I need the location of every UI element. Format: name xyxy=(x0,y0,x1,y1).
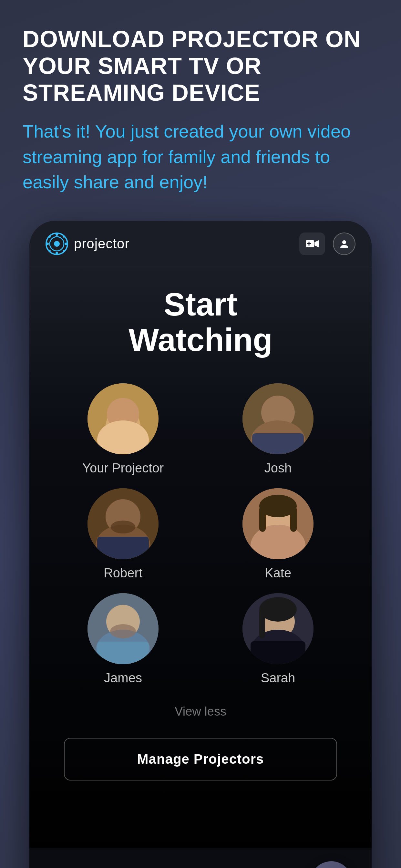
avatar-sarah xyxy=(243,593,313,664)
app-logo-text: projector xyxy=(74,236,129,252)
svg-rect-35 xyxy=(290,506,297,532)
projector-name-robert: Robert xyxy=(104,566,143,580)
svg-rect-45 xyxy=(259,609,265,639)
projector-item-sarah[interactable]: Sarah xyxy=(210,593,346,685)
svg-point-3 xyxy=(56,233,58,236)
add-video-button[interactable] xyxy=(299,232,325,255)
svg-point-7 xyxy=(49,236,51,238)
app-bar-actions xyxy=(299,232,356,255)
manage-projectors-button[interactable]: Manage Projectors xyxy=(64,738,337,780)
svg-point-9 xyxy=(63,236,65,238)
svg-point-29 xyxy=(111,521,135,533)
profile-button[interactable] xyxy=(333,232,356,255)
projector-name-kate: Kate xyxy=(265,566,291,580)
avatar-kate xyxy=(243,488,313,559)
svg-rect-46 xyxy=(251,641,305,664)
svg-point-39 xyxy=(110,624,136,639)
avatar-robert xyxy=(88,488,158,559)
projector-logo-icon xyxy=(45,232,68,255)
hero-title: DOWNLOAD PROJECTOR ON YOUR SMART TV OR S… xyxy=(23,26,378,106)
svg-point-10 xyxy=(49,250,51,252)
svg-marker-12 xyxy=(314,240,319,247)
avatar-josh xyxy=(243,383,313,454)
hero-subtitle: That's it! You just created your own vid… xyxy=(23,119,378,195)
svg-rect-40 xyxy=(97,642,149,664)
projector-item-james[interactable]: James xyxy=(55,593,191,685)
video-plus-icon xyxy=(306,239,319,249)
svg-point-2 xyxy=(54,241,60,247)
projector-name-sarah: Sarah xyxy=(261,671,296,685)
user-icon xyxy=(339,239,349,249)
projector-item-your-projector[interactable]: Your Projector xyxy=(55,383,191,475)
svg-point-5 xyxy=(46,243,49,245)
request-access-fab[interactable]: + xyxy=(310,861,352,868)
projector-item-josh[interactable]: Josh xyxy=(210,383,346,475)
app-main-content: Start Watching xyxy=(29,267,372,848)
avatar-your-projector xyxy=(88,383,158,454)
projector-item-kate[interactable]: Kate xyxy=(210,488,346,580)
svg-point-6 xyxy=(65,243,67,245)
svg-point-15 xyxy=(342,240,346,244)
projector-item-robert[interactable]: Robert xyxy=(55,488,191,580)
svg-rect-24 xyxy=(252,433,304,454)
view-less-button[interactable]: View less xyxy=(175,705,226,718)
projector-name-your-projector: Your Projector xyxy=(82,461,164,475)
app-bar: projector xyxy=(29,221,372,267)
projector-grid: Your Projector Josh xyxy=(49,383,352,685)
start-watching-title: Start Watching xyxy=(49,286,352,358)
svg-rect-14 xyxy=(309,242,310,245)
avatar-james xyxy=(88,593,158,664)
svg-rect-34 xyxy=(259,506,266,532)
page-wrapper: DOWNLOAD PROJECTOR ON YOUR SMART TV OR S… xyxy=(0,0,401,868)
projector-name-josh: Josh xyxy=(265,461,292,475)
svg-rect-28 xyxy=(97,537,149,559)
app-logo: projector xyxy=(45,232,129,255)
phone-mockup: projector xyxy=(29,221,372,868)
svg-point-8 xyxy=(63,250,65,252)
projector-name-james: James xyxy=(104,671,142,685)
svg-point-4 xyxy=(56,252,58,254)
bottom-area: + Request Access xyxy=(29,848,372,868)
